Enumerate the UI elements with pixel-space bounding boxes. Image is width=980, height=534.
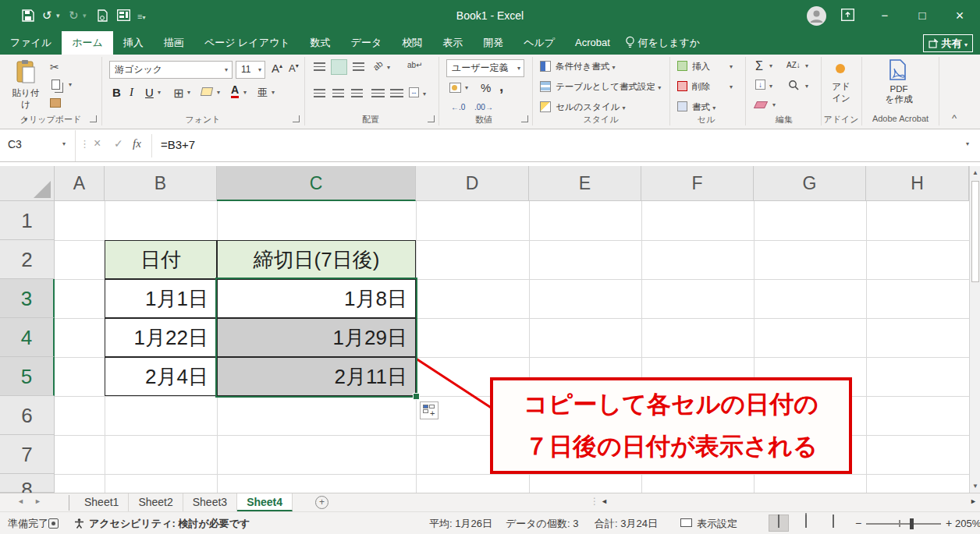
tell-me-box[interactable]: 何をしますか	[620, 31, 710, 55]
increase-decimal-icon[interactable]: ←.0	[451, 103, 465, 111]
col-header-a[interactable]: A	[55, 166, 105, 201]
collapse-ribbon-icon[interactable]: ^	[952, 112, 957, 124]
sheet-tab-sheet2[interactable]: Sheet2	[129, 493, 183, 511]
format-as-table-button[interactable]: テーブルとして書式設定 ▾	[556, 81, 661, 93]
view-page-layout-button[interactable]	[796, 515, 816, 532]
hscroll-left-icon[interactable]: ◄	[601, 497, 608, 505]
col-header-c[interactable]: C	[217, 166, 416, 201]
tab-view[interactable]: 表示	[432, 31, 473, 55]
find-dropdown-icon[interactable]: ▾	[805, 83, 808, 90]
sheet-tab-sheet3[interactable]: Sheet3	[183, 493, 237, 511]
name-box[interactable]: C3 ▾	[0, 130, 76, 161]
font-size-combo[interactable]: 11 ▾	[236, 61, 265, 79]
row-header-1[interactable]: 1	[0, 201, 55, 240]
tab-review[interactable]: 校閲	[392, 31, 432, 55]
tab-developer[interactable]: 開発	[473, 31, 513, 55]
tab-page-layout[interactable]: ページ レイアウト	[194, 31, 300, 55]
row-header-3[interactable]: 3	[0, 279, 55, 318]
cancel-icon[interactable]: ×	[94, 136, 101, 150]
vertical-scroll-thumb[interactable]	[971, 181, 979, 282]
format-painter-icon[interactable]	[50, 98, 61, 108]
sort-filter-dropdown-icon[interactable]: ▾	[805, 62, 808, 69]
cell-b3[interactable]: 1月1日	[105, 279, 217, 318]
cell-b5[interactable]: 2月4日	[105, 357, 217, 396]
vertical-scrollbar[interactable]: ▲ ▼	[969, 166, 980, 493]
clear-dropdown-icon[interactable]: ▾	[772, 101, 776, 108]
ruby-icon[interactable]: 亜	[257, 86, 268, 100]
close-button[interactable]: ×	[943, 0, 977, 31]
delete-cells-button[interactable]: 削除	[692, 81, 710, 93]
formula-input[interactable]: =B3+7	[161, 138, 195, 151]
sheet-tab-sheet4[interactable]: Sheet4	[237, 493, 293, 511]
zoom-in-button[interactable]: +	[946, 512, 952, 534]
tab-acrobat[interactable]: Acrobat	[565, 31, 620, 55]
row-header-7[interactable]: 7	[0, 435, 55, 474]
tab-draw[interactable]: 描画	[154, 31, 194, 55]
zoom-out-button[interactable]: −	[855, 512, 861, 534]
accounting-format-icon[interactable]	[449, 83, 461, 93]
shrink-font-icon[interactable]: A▾	[289, 62, 299, 74]
alignment-dialog-launcher-icon[interactable]	[428, 115, 435, 122]
col-header-h[interactable]: H	[866, 166, 969, 201]
maximize-button[interactable]: □	[905, 0, 939, 31]
account-avatar[interactable]	[807, 6, 826, 26]
wrap-text-icon[interactable]: ab↵	[407, 61, 423, 69]
col-header-e[interactable]: E	[529, 166, 641, 201]
fill-color-dropdown-icon[interactable]: ▾	[217, 89, 220, 96]
ruby-dropdown-icon[interactable]: ▾	[272, 89, 275, 96]
cell-c2[interactable]: 締切日(7日後)	[217, 240, 416, 279]
expand-formula-bar-icon[interactable]: ▾	[966, 140, 969, 147]
new-sheet-button[interactable]: +	[315, 496, 328, 509]
col-header-d[interactable]: D	[416, 166, 529, 201]
align-top-icon[interactable]	[314, 62, 325, 71]
font-name-combo[interactable]: 游ゴシック ▾	[109, 61, 233, 79]
autofill-options-button[interactable]: +	[420, 401, 439, 419]
align-bottom-icon[interactable]	[353, 62, 364, 71]
underline-dropdown-icon[interactable]: ▾	[158, 89, 161, 96]
tab-formulas[interactable]: 数式	[300, 31, 341, 55]
autosum-dropdown-icon[interactable]: ▾	[769, 62, 772, 69]
row-header-8[interactable]: 8	[0, 474, 55, 493]
bold-button[interactable]: B	[112, 86, 121, 99]
clipboard-dialog-launcher-icon[interactable]	[90, 115, 97, 122]
accounting-dropdown-icon[interactable]: ▾	[465, 84, 468, 91]
tab-help[interactable]: ヘルプ	[513, 31, 565, 55]
display-settings-button[interactable]: 表示設定	[697, 512, 737, 534]
cell-c5[interactable]: 2月11日	[217, 357, 416, 396]
hscroll-right-icon[interactable]: ►	[970, 497, 977, 505]
col-header-g[interactable]: G	[754, 166, 866, 201]
align-center-icon[interactable]	[332, 89, 344, 97]
borders-dropdown-icon[interactable]: ▾	[187, 89, 190, 96]
insert-cells-button[interactable]: 挿入	[692, 61, 710, 72]
create-pdf-button[interactable]: PDFを作成	[874, 84, 924, 105]
copy-icon[interactable]	[51, 80, 60, 90]
row-header-2[interactable]: 2	[0, 240, 55, 279]
addins-button[interactable]: アドイン	[826, 81, 857, 104]
sheet-nav-right-icon[interactable]: ►	[34, 497, 41, 505]
italic-button[interactable]: I	[130, 86, 133, 99]
tab-insert[interactable]: 挿入	[113, 31, 154, 55]
tab-home[interactable]: ホーム	[62, 31, 113, 55]
increase-indent-icon[interactable]	[390, 89, 403, 97]
view-page-break-button[interactable]	[823, 515, 843, 532]
cell-b4[interactable]: 1月22日	[105, 318, 217, 357]
scroll-down-icon[interactable]: ▼	[970, 483, 980, 490]
decrease-decimal-icon[interactable]: .00→	[474, 103, 493, 111]
row-header-6[interactable]: 6	[0, 396, 55, 435]
view-normal-button[interactable]	[769, 515, 789, 532]
col-header-f[interactable]: F	[641, 166, 754, 201]
delete-dropdown-icon[interactable]: ▾	[730, 83, 733, 90]
number-dialog-launcher-icon[interactable]	[521, 115, 528, 122]
fill-dropdown-icon[interactable]: ▾	[769, 83, 772, 90]
cell-c4[interactable]: 1月29日	[217, 318, 416, 357]
sheet-nav-left-icon[interactable]: ◄	[17, 497, 24, 505]
ribbon-display-options-icon[interactable]	[841, 9, 854, 24]
macro-record-icon[interactable]	[48, 518, 59, 529]
sheet-tab-sheet1[interactable]: Sheet1	[75, 493, 129, 511]
sort-filter-icon[interactable]: AZ↓	[786, 61, 801, 69]
fill-color-icon[interactable]	[201, 87, 213, 96]
worksheet-grid[interactable]: A B C D E F G H 1 2 3 4 5 6 7 8 日付 締切日(7…	[0, 166, 980, 493]
orientation-icon[interactable]: ab	[371, 58, 385, 72]
borders-icon[interactable]: ⊞	[173, 86, 183, 101]
paste-button[interactable]: 貼り付け ▾	[8, 59, 44, 112]
